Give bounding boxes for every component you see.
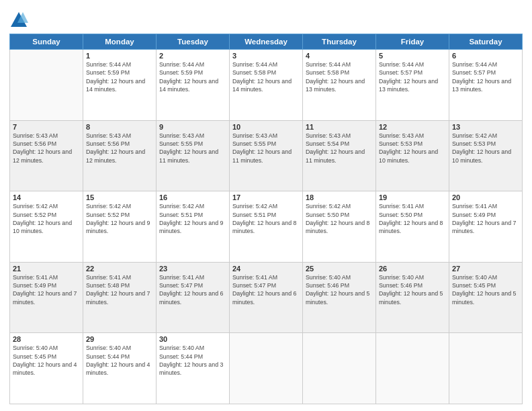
day-info: Sunrise: 5:41 AMSunset: 5:50 PMDaylight:… xyxy=(379,202,446,235)
calendar-day-cell: 15Sunrise: 5:42 AMSunset: 5:52 PMDayligh… xyxy=(83,191,157,263)
calendar-day-cell xyxy=(449,333,523,404)
calendar-day-cell: 16Sunrise: 5:42 AMSunset: 5:51 PMDayligh… xyxy=(157,191,230,263)
weekday-header: Saturday xyxy=(449,34,523,50)
calendar-day-cell: 20Sunrise: 5:41 AMSunset: 5:49 PMDayligh… xyxy=(449,191,523,263)
day-info: Sunrise: 5:40 AMSunset: 5:46 PMDaylight:… xyxy=(306,273,373,306)
calendar-day-cell: 26Sunrise: 5:40 AMSunset: 5:46 PMDayligh… xyxy=(376,262,449,333)
weekday-header: Friday xyxy=(376,34,449,50)
calendar-day-cell: 2Sunrise: 5:44 AMSunset: 5:59 PMDaylight… xyxy=(157,50,230,121)
day-number: 26 xyxy=(379,265,446,273)
calendar-day-cell: 4Sunrise: 5:44 AMSunset: 5:58 PMDaylight… xyxy=(303,50,376,121)
calendar-day-cell xyxy=(230,333,303,404)
weekday-header: Tuesday xyxy=(157,34,230,50)
day-info: Sunrise: 5:43 AMSunset: 5:54 PMDaylight:… xyxy=(306,132,373,165)
day-number: 14 xyxy=(13,193,80,201)
calendar-day-cell: 21Sunrise: 5:41 AMSunset: 5:49 PMDayligh… xyxy=(10,262,83,333)
weekday-header-row: SundayMondayTuesdayWednesdayThursdayFrid… xyxy=(10,34,523,50)
calendar-day-cell xyxy=(376,333,449,404)
day-number: 5 xyxy=(379,52,446,60)
calendar-day-cell: 22Sunrise: 5:41 AMSunset: 5:48 PMDayligh… xyxy=(83,262,157,333)
logo xyxy=(9,11,31,30)
calendar-day-cell: 28Sunrise: 5:40 AMSunset: 5:45 PMDayligh… xyxy=(10,333,83,404)
day-number: 15 xyxy=(86,193,153,201)
calendar-day-cell: 11Sunrise: 5:43 AMSunset: 5:54 PMDayligh… xyxy=(303,120,376,191)
day-info: Sunrise: 5:40 AMSunset: 5:46 PMDaylight:… xyxy=(379,273,446,306)
day-number: 23 xyxy=(159,265,226,273)
day-info: Sunrise: 5:42 AMSunset: 5:53 PMDaylight:… xyxy=(452,132,519,165)
calendar-day-cell: 8Sunrise: 5:43 AMSunset: 5:56 PMDaylight… xyxy=(83,120,157,191)
header xyxy=(9,8,523,30)
calendar-day-cell: 17Sunrise: 5:42 AMSunset: 5:51 PMDayligh… xyxy=(230,191,303,263)
day-number: 22 xyxy=(86,265,153,273)
day-info: Sunrise: 5:41 AMSunset: 5:49 PMDaylight:… xyxy=(452,202,519,235)
day-number: 9 xyxy=(159,123,226,131)
day-info: Sunrise: 5:43 AMSunset: 5:55 PMDaylight:… xyxy=(159,132,226,165)
day-info: Sunrise: 5:42 AMSunset: 5:51 PMDaylight:… xyxy=(159,202,226,235)
day-info: Sunrise: 5:42 AMSunset: 5:50 PMDaylight:… xyxy=(306,202,373,235)
calendar-week-row: 7Sunrise: 5:43 AMSunset: 5:56 PMDaylight… xyxy=(10,120,523,191)
day-info: Sunrise: 5:41 AMSunset: 5:48 PMDaylight:… xyxy=(86,273,153,306)
day-info: Sunrise: 5:43 AMSunset: 5:56 PMDaylight:… xyxy=(86,132,153,165)
day-number: 12 xyxy=(379,123,446,131)
day-info: Sunrise: 5:40 AMSunset: 5:45 PMDaylight:… xyxy=(452,273,519,306)
calendar-day-cell: 3Sunrise: 5:44 AMSunset: 5:58 PMDaylight… xyxy=(230,50,303,121)
calendar-week-row: 1Sunrise: 5:44 AMSunset: 5:59 PMDaylight… xyxy=(10,50,523,121)
calendar-day-cell: 24Sunrise: 5:41 AMSunset: 5:47 PMDayligh… xyxy=(230,262,303,333)
calendar-day-cell xyxy=(303,333,376,404)
day-number: 29 xyxy=(86,335,153,343)
calendar-day-cell: 12Sunrise: 5:43 AMSunset: 5:53 PMDayligh… xyxy=(376,120,449,191)
calendar-day-cell: 23Sunrise: 5:41 AMSunset: 5:47 PMDayligh… xyxy=(157,262,230,333)
calendar-day-cell: 9Sunrise: 5:43 AMSunset: 5:55 PMDaylight… xyxy=(157,120,230,191)
logo-icon xyxy=(9,11,28,30)
day-info: Sunrise: 5:44 AMSunset: 5:57 PMDaylight:… xyxy=(452,60,519,93)
day-number: 17 xyxy=(232,193,300,201)
calendar-day-cell: 14Sunrise: 5:42 AMSunset: 5:52 PMDayligh… xyxy=(10,191,83,263)
day-number: 19 xyxy=(379,193,446,201)
day-number: 20 xyxy=(452,193,519,201)
day-number: 4 xyxy=(306,52,373,60)
weekday-header: Monday xyxy=(83,34,157,50)
weekday-header: Sunday xyxy=(10,34,83,50)
day-info: Sunrise: 5:42 AMSunset: 5:52 PMDaylight:… xyxy=(13,202,80,235)
weekday-header: Wednesday xyxy=(230,34,303,50)
day-info: Sunrise: 5:44 AMSunset: 5:59 PMDaylight:… xyxy=(159,60,226,93)
day-number: 16 xyxy=(159,193,226,201)
day-info: Sunrise: 5:42 AMSunset: 5:52 PMDaylight:… xyxy=(86,202,153,235)
day-info: Sunrise: 5:40 AMSunset: 5:45 PMDaylight:… xyxy=(13,344,80,377)
day-info: Sunrise: 5:41 AMSunset: 5:47 PMDaylight:… xyxy=(232,273,300,306)
calendar-day-cell: 6Sunrise: 5:44 AMSunset: 5:57 PMDaylight… xyxy=(449,50,523,121)
weekday-header: Thursday xyxy=(303,34,376,50)
calendar-day-cell: 27Sunrise: 5:40 AMSunset: 5:45 PMDayligh… xyxy=(449,262,523,333)
day-info: Sunrise: 5:44 AMSunset: 5:59 PMDaylight:… xyxy=(86,60,153,93)
day-info: Sunrise: 5:43 AMSunset: 5:53 PMDaylight:… xyxy=(379,132,446,165)
calendar-table: SundayMondayTuesdayWednesdayThursdayFrid… xyxy=(9,34,523,404)
day-number: 28 xyxy=(13,335,80,343)
day-number: 10 xyxy=(232,123,300,131)
day-info: Sunrise: 5:43 AMSunset: 5:56 PMDaylight:… xyxy=(13,132,80,165)
day-info: Sunrise: 5:44 AMSunset: 5:58 PMDaylight:… xyxy=(232,60,300,93)
day-info: Sunrise: 5:43 AMSunset: 5:55 PMDaylight:… xyxy=(232,132,300,165)
day-number: 6 xyxy=(452,52,519,60)
calendar-day-cell xyxy=(10,50,83,121)
calendar-day-cell: 10Sunrise: 5:43 AMSunset: 5:55 PMDayligh… xyxy=(230,120,303,191)
calendar-day-cell: 18Sunrise: 5:42 AMSunset: 5:50 PMDayligh… xyxy=(303,191,376,263)
calendar-day-cell: 29Sunrise: 5:40 AMSunset: 5:44 PMDayligh… xyxy=(83,333,157,404)
calendar-week-row: 14Sunrise: 5:42 AMSunset: 5:52 PMDayligh… xyxy=(10,191,523,263)
day-number: 27 xyxy=(452,265,519,273)
day-number: 25 xyxy=(306,265,373,273)
day-number: 24 xyxy=(232,265,300,273)
page: SundayMondayTuesdayWednesdayThursdayFrid… xyxy=(0,0,532,411)
day-number: 3 xyxy=(232,52,300,60)
day-number: 2 xyxy=(159,52,226,60)
day-number: 1 xyxy=(86,52,153,60)
day-number: 7 xyxy=(13,123,80,131)
calendar-day-cell: 30Sunrise: 5:40 AMSunset: 5:44 PMDayligh… xyxy=(157,333,230,404)
calendar-day-cell: 19Sunrise: 5:41 AMSunset: 5:50 PMDayligh… xyxy=(376,191,449,263)
day-number: 18 xyxy=(306,193,373,201)
calendar-day-cell: 1Sunrise: 5:44 AMSunset: 5:59 PMDaylight… xyxy=(83,50,157,121)
calendar-week-row: 28Sunrise: 5:40 AMSunset: 5:45 PMDayligh… xyxy=(10,333,523,404)
day-number: 21 xyxy=(13,265,80,273)
day-info: Sunrise: 5:41 AMSunset: 5:49 PMDaylight:… xyxy=(13,273,80,306)
day-info: Sunrise: 5:42 AMSunset: 5:51 PMDaylight:… xyxy=(232,202,300,235)
day-info: Sunrise: 5:41 AMSunset: 5:47 PMDaylight:… xyxy=(159,273,226,306)
